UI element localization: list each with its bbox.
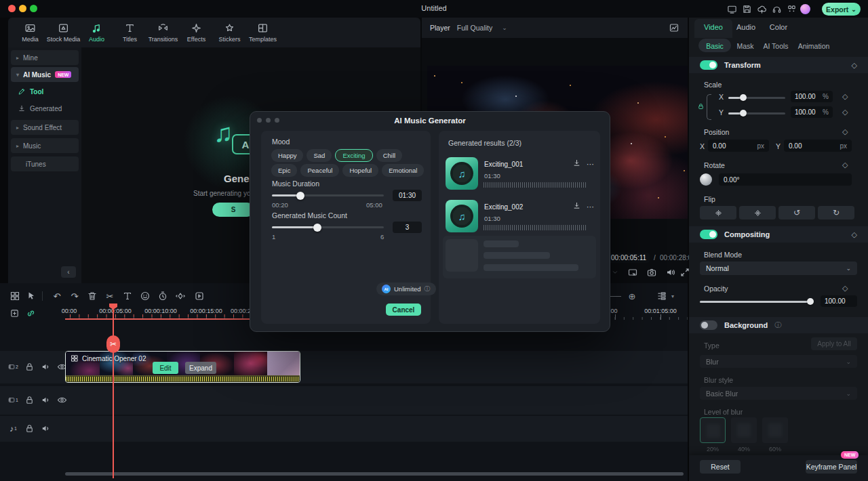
flip-horizontal-button[interactable]: [700, 206, 736, 219]
save-icon[interactable]: [742, 4, 752, 14]
more-options-icon[interactable]: ⋯: [587, 160, 595, 169]
count-value[interactable]: 3: [393, 222, 422, 233]
result-2-waveform[interactable]: [484, 224, 587, 232]
keyframe-diamond-icon[interactable]: ◇: [842, 92, 848, 101]
compositing-toggle[interactable]: [700, 230, 717, 239]
subtab-basic[interactable]: Basic: [706, 42, 724, 50]
collapse-sidebar-button[interactable]: ‹: [61, 266, 76, 278]
background-type-select[interactable]: Blur⌄: [700, 355, 857, 368]
sidebar-item-tool[interactable]: Tool: [18, 85, 79, 98]
keyframe-diamond-icon[interactable]: ◇: [852, 61, 857, 70]
clip-edit-button[interactable]: Edit: [153, 362, 178, 374]
text-tool-icon[interactable]: [122, 291, 133, 301]
blur-60-thumb[interactable]: [762, 417, 788, 443]
keyframe-panel-button[interactable]: Keyframe Panel: [806, 460, 857, 474]
marker-icon[interactable]: [140, 291, 151, 301]
track-manager-caret[interactable]: ▾: [671, 293, 674, 299]
scope-histogram-icon[interactable]: [669, 22, 679, 33]
tab-stickers[interactable]: Stickers: [213, 18, 246, 47]
tab-transitions[interactable]: Transitions: [146, 18, 180, 47]
mute-track-icon[interactable]: [41, 362, 51, 372]
cancel-button[interactable]: Cancel: [386, 304, 421, 316]
snapshot-camera-icon[interactable]: [646, 267, 657, 278]
tab-effects[interactable]: Effects: [180, 18, 213, 47]
keyframe-diamond-icon[interactable]: ◇: [852, 230, 857, 239]
tab-titles[interactable]: Titles: [113, 18, 146, 47]
volume-icon[interactable]: [665, 267, 676, 278]
audio-track-1[interactable]: ♪1: [0, 416, 688, 442]
zoom-slider[interactable]: [610, 296, 621, 297]
scale-y-value[interactable]: 100.00%: [791, 106, 833, 118]
sidebar-item-sound-effect[interactable]: ▸Sound Effect: [11, 120, 79, 135]
tab-templates[interactable]: Templates: [246, 18, 279, 47]
split-scissors-icon[interactable]: ✂: [104, 291, 115, 301]
keyframe-diamond-icon[interactable]: ◇: [842, 127, 848, 136]
result-2-thumbnail[interactable]: ♫: [446, 200, 478, 232]
delete-icon[interactable]: [87, 291, 98, 301]
tab-audio-props[interactable]: Audio: [736, 23, 755, 31]
mood-emotional[interactable]: Emotional: [382, 164, 424, 177]
mood-peaceful[interactable]: Peaceful: [300, 164, 339, 177]
mute-track-icon[interactable]: [41, 395, 51, 405]
select-cursor-icon[interactable]: [26, 291, 37, 301]
split-at-playhead-button[interactable]: ✂: [106, 335, 120, 353]
quality-select[interactable]: Full Quality⌄: [457, 24, 507, 32]
tab-color[interactable]: Color: [770, 23, 787, 31]
speed-timer-icon[interactable]: [157, 291, 168, 301]
chevron-down-icon[interactable]: [612, 267, 618, 278]
apply-to-all-button[interactable]: Apply to All: [811, 337, 857, 350]
tab-video[interactable]: Video: [704, 23, 723, 31]
reset-button[interactable]: Reset: [700, 460, 741, 474]
transform-toggle[interactable]: [700, 60, 717, 70]
mood-epic[interactable]: Epic: [271, 164, 297, 177]
lock-track-icon[interactable]: [24, 423, 35, 434]
track-manager-icon[interactable]: [656, 291, 667, 301]
subtab-mask[interactable]: Mask: [736, 42, 753, 50]
tab-media[interactable]: Media: [14, 18, 47, 47]
start-generating-button[interactable]: S: [212, 203, 254, 217]
rotate-cw-button[interactable]: ↻: [818, 206, 854, 219]
result-1-thumbnail[interactable]: ♫: [446, 157, 478, 190]
timeline-horizontal-scrollbar[interactable]: [65, 472, 684, 476]
zoom-in-icon[interactable]: ⊕: [627, 291, 637, 301]
clip-expand-button[interactable]: Expand: [185, 362, 216, 374]
cloud-upload-icon[interactable]: [757, 4, 767, 14]
playhead-line[interactable]: [113, 304, 114, 478]
blur-40-thumb[interactable]: [731, 417, 757, 443]
mood-exciting[interactable]: Exciting: [335, 149, 372, 162]
flip-vertical-button[interactable]: [739, 206, 776, 219]
subtab-ai-tools[interactable]: AI Tools: [763, 42, 788, 50]
tab-stock-media[interactable]: Stock Media: [47, 18, 80, 47]
blur-20-thumb[interactable]: [700, 417, 726, 443]
hide-track-icon[interactable]: [57, 395, 67, 405]
mood-chill[interactable]: Chill: [376, 149, 402, 162]
blend-mode-select[interactable]: Normal⌄: [700, 262, 857, 275]
scale-x-slider[interactable]: [728, 97, 785, 99]
position-x-field[interactable]: 0.00px: [708, 140, 769, 152]
redo-icon[interactable]: ↷: [69, 291, 80, 301]
display-mode-icon[interactable]: [727, 4, 737, 14]
lock-track-icon[interactable]: [24, 362, 35, 372]
position-y-field[interactable]: 0.00px: [784, 140, 852, 152]
support-headset-icon[interactable]: [772, 4, 782, 14]
lock-scale-icon[interactable]: [697, 102, 705, 110]
scale-x-value[interactable]: 100.00%: [791, 91, 833, 102]
user-avatar[interactable]: [800, 4, 810, 14]
rotate-ccw-button[interactable]: ↺: [778, 206, 815, 219]
fit-display-icon[interactable]: [627, 267, 638, 278]
keyframe-tool-icon[interactable]: [175, 291, 186, 301]
background-toggle[interactable]: [700, 320, 717, 330]
render-preview-icon[interactable]: [194, 291, 205, 301]
count-slider[interactable]: [272, 226, 384, 228]
video-track-1[interactable]: 1: [0, 386, 688, 415]
media-layout-icon[interactable]: [9, 291, 20, 301]
sidebar-item-mine[interactable]: ▸Mine: [11, 50, 79, 65]
sidebar-item-music[interactable]: ▸Music: [11, 138, 79, 153]
export-button[interactable]: Export ⌄: [822, 3, 861, 16]
tab-audio[interactable]: Audio: [80, 18, 113, 47]
rotate-knob[interactable]: [700, 173, 712, 186]
undo-icon[interactable]: ↶: [52, 291, 62, 301]
shortcuts-icon[interactable]: [787, 4, 797, 14]
sidebar-item-generated[interactable]: Generated: [18, 102, 79, 115]
keyframe-diamond-icon[interactable]: ◇: [842, 284, 848, 293]
